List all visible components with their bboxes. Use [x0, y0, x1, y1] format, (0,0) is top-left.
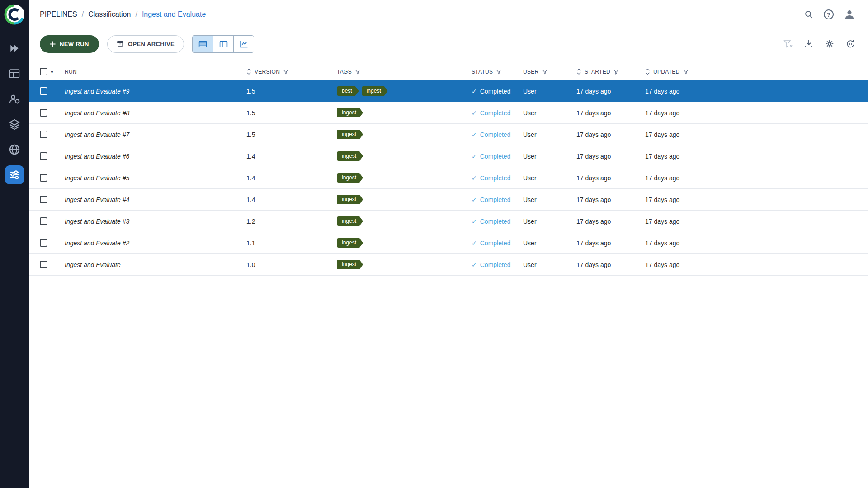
tag-ingest: ingest	[337, 260, 363, 269]
sidebar-item-reports[interactable]	[0, 61, 29, 86]
run-name[interactable]: Ingest and Evaluate #2	[65, 239, 129, 247]
sidebar-item-datasets[interactable]	[0, 112, 29, 137]
run-user: User	[523, 109, 576, 117]
table-row[interactable]: Ingest and Evaluate #9 1.5 bestingest ✓ …	[29, 80, 868, 102]
run-tags: ingest	[337, 195, 472, 204]
clearml-logo[interactable]	[4, 4, 25, 25]
sidebar-item-pipelines[interactable]	[0, 162, 29, 188]
run-tags: ingest	[337, 108, 472, 117]
run-name[interactable]: Ingest and Evaluate #7	[65, 131, 129, 138]
table-view-toggle[interactable]	[193, 36, 213, 52]
row-checkbox[interactable]	[40, 196, 47, 203]
sidebar-item-projects[interactable]	[0, 36, 29, 61]
col-tags-label[interactable]: TAGS	[337, 69, 352, 75]
row-checkbox[interactable]	[40, 152, 47, 160]
new-run-label: NEW RUN	[60, 41, 89, 47]
col-version-label[interactable]: VERSION	[255, 69, 280, 75]
select-all-checkbox[interactable]	[40, 68, 47, 75]
toolbar-right	[783, 39, 855, 49]
run-name[interactable]: Ingest and Evaluate #5	[65, 174, 129, 182]
run-started: 17 days ago	[576, 109, 645, 117]
table-row[interactable]: Ingest and Evaluate #2 1.1 ingest ✓ Comp…	[29, 232, 868, 254]
table-body: Ingest and Evaluate #9 1.5 bestingest ✓ …	[29, 80, 868, 276]
row-checkbox[interactable]	[40, 217, 47, 225]
run-name[interactable]: Ingest and Evaluate #9	[65, 88, 129, 95]
table-row[interactable]: Ingest and Evaluate #8 1.5 ingest ✓ Comp…	[29, 102, 868, 124]
select-all-caret-icon[interactable]: ▾	[51, 69, 53, 75]
search-button[interactable]	[804, 9, 814, 19]
settings-button[interactable]	[825, 39, 834, 48]
col-status-label[interactable]: STATUS	[472, 69, 493, 75]
run-version: 1.5	[246, 131, 337, 138]
run-updated: 17 days ago	[645, 261, 868, 268]
download-button[interactable]	[804, 39, 813, 48]
tag-ingest: ingest	[337, 130, 363, 139]
sort-version-icon[interactable]	[246, 69, 251, 75]
col-user-label[interactable]: USER	[523, 69, 539, 75]
run-updated: 17 days ago	[645, 109, 868, 117]
run-name[interactable]: Ingest and Evaluate #3	[65, 218, 129, 225]
pipelines-icon	[9, 169, 20, 180]
col-started-label[interactable]: STARTED	[585, 69, 610, 75]
tag-ingest: ingest	[337, 216, 363, 226]
table-row[interactable]: Ingest and Evaluate #4 1.4 ingest ✓ Comp…	[29, 189, 868, 211]
sort-started-icon[interactable]	[576, 69, 581, 75]
run-started: 17 days ago	[576, 153, 645, 160]
run-version: 1.5	[246, 88, 337, 95]
col-run-label[interactable]: RUN	[65, 69, 77, 75]
table-row[interactable]: Ingest and Evaluate #5 1.4 ingest ✓ Comp…	[29, 167, 868, 189]
status-text: Completed	[480, 131, 511, 138]
table-row[interactable]: Ingest and Evaluate #7 1.5 ingest ✓ Comp…	[29, 124, 868, 145]
sort-updated-icon[interactable]	[645, 69, 650, 75]
status-text: Completed	[480, 88, 511, 95]
filter-status-icon[interactable]	[496, 69, 501, 75]
auto-refresh-button[interactable]	[846, 39, 855, 49]
filter-updated-icon[interactable]	[683, 69, 689, 75]
new-run-button[interactable]: NEW RUN	[40, 35, 99, 53]
status-check-icon: ✓	[472, 153, 477, 160]
clear-filters-button[interactable]	[783, 39, 793, 48]
search-icon	[804, 9, 814, 19]
col-updated-label[interactable]: UPDATED	[653, 69, 680, 75]
open-archive-button[interactable]: OPEN ARCHIVE	[107, 35, 184, 53]
run-user: User	[523, 261, 576, 268]
status-text: Completed	[480, 109, 511, 117]
breadcrumb-current: Ingest and Evaluate	[142, 10, 206, 19]
run-name[interactable]: Ingest and Evaluate #4	[65, 196, 129, 203]
sidebar-item-workers-queues[interactable]	[0, 86, 29, 112]
filter-version-icon[interactable]	[283, 69, 288, 75]
row-checkbox[interactable]	[40, 131, 47, 138]
filter-user-icon[interactable]	[542, 69, 547, 75]
table-row[interactable]: Ingest and Evaluate 1.0 ingest ✓ Complet…	[29, 254, 868, 276]
filter-tags-icon[interactable]	[355, 69, 360, 75]
run-name[interactable]: Ingest and Evaluate #6	[65, 153, 129, 160]
open-archive-label: OPEN ARCHIVE	[128, 41, 175, 47]
avatar-icon	[844, 9, 855, 20]
status-check-icon: ✓	[472, 109, 477, 117]
row-checkbox[interactable]	[40, 239, 47, 247]
sidebar-item-hyper-datasets[interactable]	[0, 137, 29, 162]
row-checkbox[interactable]	[40, 109, 47, 117]
view-toggle-group	[192, 35, 254, 53]
run-user: User	[523, 88, 576, 95]
table-row[interactable]: Ingest and Evaluate #3 1.2 ingest ✓ Comp…	[29, 211, 868, 232]
status-check-icon: ✓	[472, 88, 477, 95]
row-checkbox[interactable]	[40, 261, 47, 268]
run-version: 1.0	[246, 261, 337, 268]
help-button[interactable]: ?	[824, 9, 834, 19]
run-tags: ingest	[337, 260, 472, 269]
breadcrumb-pipelines[interactable]: PIPELINES	[40, 10, 77, 19]
row-checkbox[interactable]	[40, 174, 47, 182]
chart-view-toggle[interactable]	[233, 36, 254, 52]
split-view-toggle[interactable]	[213, 36, 233, 52]
download-icon	[804, 39, 813, 48]
table-row[interactable]: Ingest and Evaluate #6 1.4 ingest ✓ Comp…	[29, 145, 868, 167]
breadcrumb-project[interactable]: Classification	[88, 10, 131, 19]
breadcrumb-separator: /	[135, 10, 137, 19]
filter-started-icon[interactable]	[613, 69, 619, 75]
run-name[interactable]: Ingest and Evaluate	[65, 261, 121, 268]
row-checkbox[interactable]	[40, 87, 47, 95]
run-started: 17 days ago	[576, 218, 645, 225]
run-name[interactable]: Ingest and Evaluate #8	[65, 109, 129, 117]
user-avatar[interactable]	[844, 9, 855, 20]
